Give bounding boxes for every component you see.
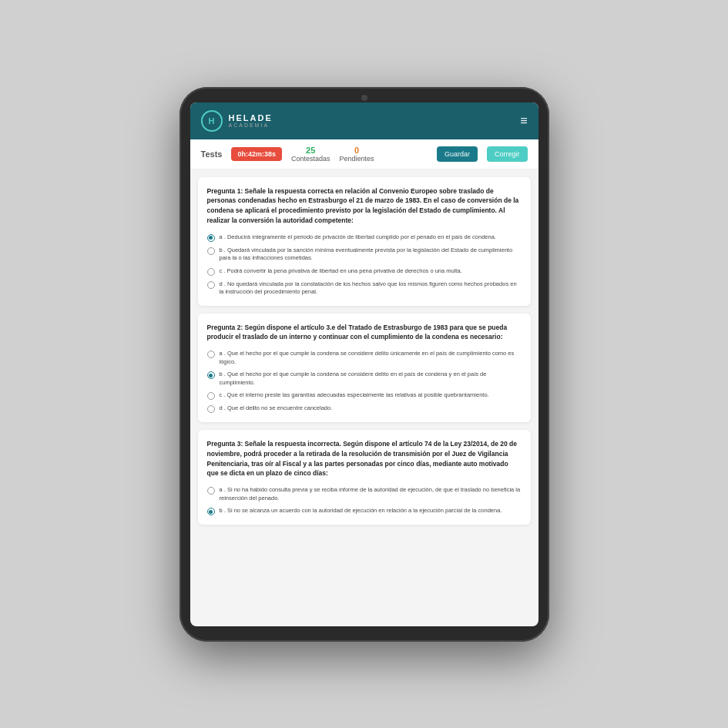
radio-q1b[interactable] — [207, 247, 215, 255]
save-button[interactable]: Guardar — [437, 146, 478, 162]
options-list-1: a . Deducirá íntegramente el periodo de … — [207, 233, 522, 297]
contestadas-value: 25 — [306, 146, 315, 155]
option-item-q1c[interactable]: c . Podrá convertir la pena privativa de… — [207, 267, 522, 276]
radio-q2a[interactable] — [207, 351, 215, 358]
option-text-q1c: c . Podrá convertir la pena privativa de… — [220, 267, 522, 276]
app-header: H HELADE ACADEMIA ≡ — [190, 102, 538, 139]
contestadas-label: Contestadas — [291, 155, 330, 163]
radio-q1c[interactable] — [207, 268, 215, 276]
option-item-q1a[interactable]: a . Deducirá íntegramente el periodo de … — [207, 233, 522, 242]
option-text-q1b: b . Quedará vinculada por la sanción mín… — [220, 247, 522, 263]
tablet-frame: H HELADE ACADEMIA ≡ Tests 0h:42m:38s 25 … — [179, 87, 549, 642]
content-area: Pregunta 1: Señale la respuesta correcta… — [190, 169, 538, 626]
question-card-2: Pregunta 2: Según dispone el artículo 3.… — [198, 314, 531, 423]
radio-inner-q2b — [209, 374, 213, 377]
toolbar: Tests 0h:42m:38s 25 Contestadas 0 Pendie… — [190, 139, 538, 169]
option-item-q2b[interactable]: b . Que el hecho por el que cumple la co… — [207, 371, 522, 387]
options-list-2: a . Que el hecho por el que cumple la co… — [207, 350, 522, 413]
menu-icon[interactable]: ≡ — [520, 114, 527, 128]
question-title-1: Pregunta 1: Señale la respuesta correcta… — [207, 186, 522, 226]
app-subtitle: ACADEMIA — [229, 122, 273, 128]
option-item-q2c[interactable]: c . Que el interno preste las garantías … — [207, 391, 522, 400]
option-item-q1d[interactable]: d . No quedará vinculada por la constata… — [207, 280, 522, 297]
question-card-3: Pregunta 3: Señale la respuesta incorrec… — [198, 430, 531, 525]
radio-q3a[interactable] — [207, 487, 215, 495]
option-item-q1b[interactable]: b . Quedará vinculada por la sanción mín… — [207, 247, 522, 263]
pendientes-value: 0 — [354, 146, 359, 155]
logo-circle: H — [201, 110, 223, 132]
option-text-q1a: a . Deducirá íntegramente el periodo de … — [220, 233, 522, 242]
question-title-2: Pregunta 2: Según dispone el artículo 3.… — [207, 323, 522, 343]
logo-letter: H — [209, 116, 215, 126]
option-text-q2a: a . Que el hecho por el que cumple la co… — [220, 350, 522, 366]
radio-inner-q3b — [209, 510, 213, 514]
timer-badge: 0h:42m:38s — [231, 147, 282, 161]
tests-label: Tests — [201, 149, 223, 159]
tablet-screen: H HELADE ACADEMIA ≡ Tests 0h:42m:38s 25 … — [190, 102, 538, 626]
radio-q2c[interactable] — [207, 392, 215, 400]
option-item-q2a[interactable]: a . Que el hecho por el que cumple la co… — [207, 350, 522, 366]
option-text-q2b: b . Que el hecho por el que cumple la co… — [220, 371, 522, 387]
option-text-q1d: d . No quedará vinculada por la constata… — [220, 280, 522, 297]
option-text-q3b: b . Si no se alcanza un acuerdo con la a… — [220, 507, 522, 515]
question-card-1: Pregunta 1: Señale la respuesta correcta… — [198, 177, 531, 306]
radio-q2b[interactable] — [207, 371, 215, 379]
option-text-q2d: d . Que el delito no se encuentre cancel… — [220, 404, 522, 413]
header-logo: H HELADE ACADEMIA — [201, 110, 273, 132]
pendientes-label: Pendientes — [340, 155, 374, 163]
radio-q2d[interactable] — [207, 405, 215, 413]
option-text-q2c: c . Que el interno preste las garantías … — [220, 391, 522, 400]
option-item-q2d[interactable]: d . Que el delito no se encuentre cancel… — [207, 404, 522, 413]
radio-inner-q1a — [209, 236, 213, 240]
option-item-q3b[interactable]: b . Si no se alcanza un acuerdo con la a… — [207, 507, 522, 515]
radio-q1a[interactable] — [207, 234, 215, 242]
question-title-3: Pregunta 3: Señale la respuesta incorrec… — [207, 439, 522, 478]
option-text-q3a: a . Si no ha habido consulta previa y se… — [220, 486, 522, 502]
option-item-q3a[interactable]: a . Si no ha habido consulta previa y se… — [207, 486, 522, 502]
camera — [361, 95, 367, 101]
contestadas-stat: 25 Contestadas — [291, 146, 330, 163]
radio-q1d[interactable] — [207, 281, 215, 289]
options-list-3: a . Si no ha habido consulta previa y se… — [207, 486, 522, 515]
app-name: HELADE — [229, 113, 273, 122]
logo-text: HELADE ACADEMIA — [229, 113, 273, 128]
pendientes-stat: 0 Pendientes — [340, 146, 374, 163]
radio-q3b[interactable] — [207, 508, 215, 515]
correct-button[interactable]: Corregir — [487, 146, 528, 162]
